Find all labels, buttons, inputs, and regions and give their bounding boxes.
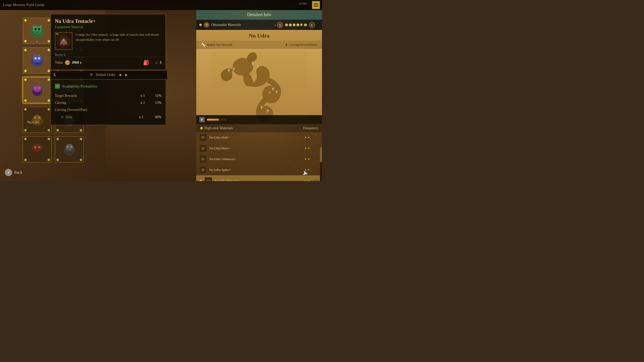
dash-separator: – <box>151 61 153 65</box>
item-body: FF A large Nu Udra tentacle. A huge slab… <box>55 32 162 50</box>
scrollbar[interactable] <box>320 147 322 181</box>
monster-icon-9 <box>27 140 47 160</box>
monster-map: R <box>196 49 322 124</box>
fps-counter: 19 FPS <box>299 2 307 5</box>
monster-cell-1[interactable]: ♛ <box>23 18 52 44</box>
reward-name-1: Carving <box>55 101 141 105</box>
item-description: A large Nu Udra tentacle. A huge slab of… <box>75 32 162 50</box>
svg-point-46 <box>62 42 66 45</box>
reward-qty-1: x 1 <box>141 101 145 105</box>
stack-max: 3 <box>160 61 162 65</box>
bag-icon: 🎒 <box>143 60 149 66</box>
reward-row-0: Target Rewards x 1 11% <box>55 92 162 99</box>
reward-sub-name-arm: Arm <box>65 115 138 119</box>
app-title: Large Monster Field Guide <box>3 3 45 7</box>
menu-icon[interactable] <box>312 1 320 9</box>
zenny-icon: z <box>65 60 70 65</box>
middle-panel: Nu Udra Tentacle+ Equipment Material FF <box>50 10 167 181</box>
reward-sub-qty-arm: x 1 <box>139 115 144 119</box>
back-circle-icon: 0 <box>5 169 12 176</box>
item-tooltip: Nu Udra Tentacle+ Equipment Material FF <box>50 14 166 70</box>
sword-icon: ⚔ <box>154 60 158 65</box>
monster-icon-7 <box>27 110 47 130</box>
back-label: Back <box>14 170 22 175</box>
svg-point-5 <box>34 28 36 30</box>
item-icon-box: FF <box>55 32 72 50</box>
top-bar: Large Monster Field Guide 19 FPS <box>0 0 322 10</box>
item-rarity: Rarity 6 <box>55 53 162 57</box>
r-progress <box>207 119 227 121</box>
r-badge: R <box>199 117 205 122</box>
monster-icon-nu-udra <box>27 80 47 100</box>
nu-udra-map-svg <box>211 51 307 122</box>
availability-title: Availability/Probability <box>62 84 97 88</box>
svg-point-41 <box>38 146 40 148</box>
monster-icon-1 <box>27 21 47 41</box>
item-icon-inner <box>56 33 71 49</box>
crown-icon-1: ♛ <box>36 40 38 43</box>
reward-sub-pct-arm: 60% <box>149 115 162 119</box>
svg-point-39 <box>33 144 42 152</box>
monster-cell-7[interactable] <box>23 107 52 133</box>
reward-pct-1: 13% <box>149 101 162 105</box>
svg-point-13 <box>33 55 42 63</box>
scrollbar-thumb[interactable] <box>320 147 322 162</box>
monster-cell-nu-udra[interactable] <box>23 77 52 103</box>
svg-point-33 <box>38 117 40 119</box>
reward-qty-0: x 1 <box>141 94 145 98</box>
item-value-row: Value z 4960 z 🎒 – ⚔ 3 <box>55 57 162 66</box>
reward-name-0: Target Rewards <box>55 94 141 98</box>
monster-cell-3[interactable] <box>23 47 52 74</box>
svg-point-40 <box>34 146 36 148</box>
svg-rect-0 <box>314 3 318 4</box>
svg-point-23 <box>34 87 37 89</box>
svg-point-24 <box>38 87 40 89</box>
sub-dot-icon: ⊙ <box>61 115 64 119</box>
selected-monster-label: Nu Udra <box>27 120 39 124</box>
item-rarity-badge: FF <box>56 33 59 35</box>
item-type: Equipment Material <box>55 25 162 29</box>
back-button[interactable]: 0 Back <box>5 169 22 176</box>
value-label: Value <box>55 61 63 65</box>
availability-panel: ⚙ Availability/Probability Target Reward… <box>50 79 166 125</box>
map-svg-container <box>196 49 322 124</box>
monster-cell-9[interactable] <box>23 136 52 163</box>
svg-point-14 <box>34 57 37 60</box>
reward-pct-0: 11% <box>149 94 162 98</box>
default-order-text: Default Order <box>96 73 115 77</box>
svg-rect-1 <box>314 5 318 6</box>
reward-row-2: Carving (Severed Part) <box>55 106 162 113</box>
right-panel: Detailed Info ⚗ Obtainable Materials « Q… <box>196 10 322 181</box>
r-progress-fill <box>207 119 219 121</box>
monster-icon-3 <box>27 51 47 71</box>
order-arrow-left: ◄ <box>118 73 122 77</box>
close-button[interactable]: X <box>53 73 56 77</box>
value-amount: 4960 z <box>72 61 82 65</box>
default-order-bar: X Default Order ◄ ► <box>50 70 167 79</box>
availability-header: ⚙ Availability/Probability <box>55 84 162 89</box>
svg-rect-2 <box>314 6 318 7</box>
svg-point-15 <box>38 57 40 60</box>
r-bar: R <box>196 115 322 124</box>
stack-area: 🎒 – ⚔ 3 <box>143 60 162 66</box>
avail-icon: ⚙ <box>55 84 60 89</box>
order-arrow-right: ► <box>125 73 129 77</box>
reward-row-1: Carving x 1 13% <box>55 99 162 106</box>
reward-name-2: Carving (Severed Part) <box>55 108 162 112</box>
reward-sub-row-arm: ⊙ Arm x 1 60% <box>55 113 162 121</box>
item-name: Nu Udra Tentacle+ <box>55 18 162 24</box>
svg-point-6 <box>38 28 40 30</box>
svg-point-32 <box>34 117 36 119</box>
sort-icon <box>89 73 93 77</box>
